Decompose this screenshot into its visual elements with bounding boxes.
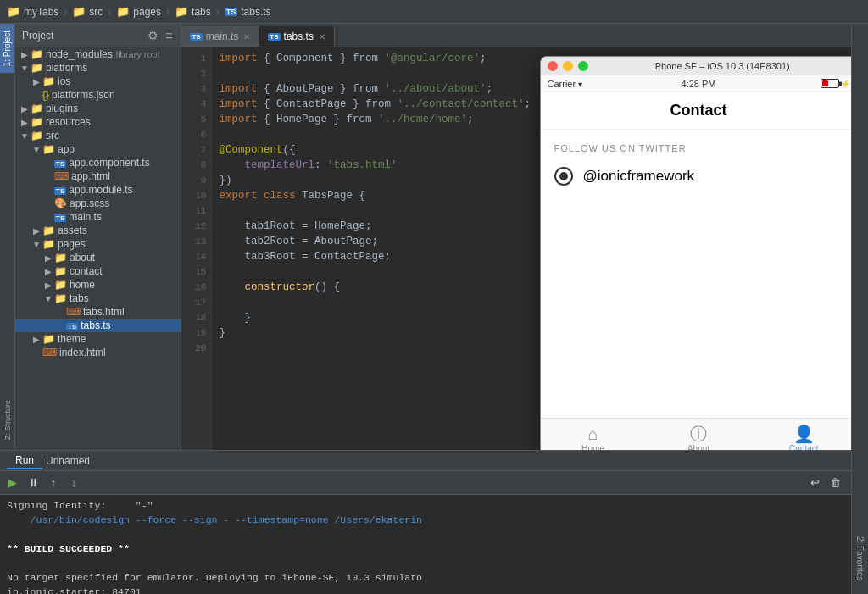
breadcrumb-item-src[interactable]: 📁 src bbox=[72, 5, 103, 18]
window-close-btn[interactable] bbox=[548, 61, 558, 71]
battery-fill bbox=[822, 80, 828, 86]
ts-file-icon: TS bbox=[225, 8, 238, 16]
window-maximize-btn[interactable] bbox=[578, 61, 588, 71]
contact-tab-icon: 👤 bbox=[793, 425, 815, 442]
tree-item-resources[interactable]: 📁resources bbox=[15, 115, 181, 129]
tree-item-tabs_html[interactable]: ⌨tabs.html bbox=[15, 305, 181, 319]
tree-item-app_module_ts[interactable]: TSapp.module.ts bbox=[15, 183, 181, 197]
code-line bbox=[219, 341, 531, 356]
bottom-tabs-bar: Run Unnamed bbox=[0, 451, 868, 471]
tree-item-pages[interactable]: 📁pages bbox=[15, 237, 181, 251]
tree-item-platforms[interactable]: 📁platforms bbox=[15, 61, 181, 75]
right-side-panel: 2: Favorites bbox=[851, 24, 868, 594]
code-line bbox=[219, 295, 531, 310]
project-settings-btn[interactable]: ⚙ bbox=[146, 29, 160, 42]
log-line: No target specified for emulator. Deploy… bbox=[7, 570, 861, 585]
code-line: tab2Root = AboutPage; bbox=[219, 234, 531, 249]
tree-item-app[interactable]: 📁app bbox=[15, 142, 181, 156]
tree-item-ios[interactable]: 📁ios bbox=[15, 75, 181, 88]
code-line: tab3Root = ContactPage; bbox=[219, 249, 531, 264]
tree-item-theme[interactable]: 📁theme bbox=[15, 332, 181, 346]
tree-item-assets[interactable]: 📁assets bbox=[15, 224, 181, 237]
line-number: 15 bbox=[181, 264, 211, 280]
phone-simulator-window: iPhone SE – iOS 10.3 (14E8301) Carrier ▾… bbox=[540, 56, 858, 450]
clear-btn[interactable]: 🗑 bbox=[826, 474, 844, 492]
sidebar-tab-project[interactable]: 1: Project bbox=[0, 24, 14, 73]
tree-item-platforms_json[interactable]: {}platforms.json bbox=[15, 88, 181, 102]
scroll-down-btn[interactable]: ↓ bbox=[64, 474, 83, 492]
phone-preview: iPhone SE – iOS 10.3 (14E8301) Carrier ▾… bbox=[537, 47, 868, 450]
about-tab-icon: ⓘ bbox=[690, 425, 707, 442]
file-tree: 📁node_moduleslibrary root📁platforms📁ios{… bbox=[15, 47, 181, 450]
phone-tab-contact[interactable]: 👤 Contact bbox=[751, 419, 856, 450]
window-minimize-btn[interactable] bbox=[563, 61, 573, 71]
log-line bbox=[7, 556, 861, 570]
breadcrumb-item-tabs[interactable]: 📁 tabs bbox=[175, 5, 211, 18]
wrap-btn[interactable]: ↩ bbox=[805, 474, 824, 492]
line-number: 13 bbox=[181, 234, 211, 249]
line-number: 19 bbox=[181, 325, 211, 341]
code-line: import { HomePage } from '../home/home'; bbox=[219, 112, 531, 127]
bottom-tab-run[interactable]: Run bbox=[7, 452, 42, 469]
phone-tab-about[interactable]: ⓘ About bbox=[646, 419, 751, 450]
code-editor[interactable]: 1234567891011121314151617181920 import {… bbox=[181, 47, 537, 450]
phone-twitter-item[interactable]: @ionicframework bbox=[554, 164, 843, 189]
tab-close-btn[interactable]: ✕ bbox=[243, 32, 250, 42]
line-number: 12 bbox=[181, 219, 211, 234]
tree-item-tabs_ts[interactable]: TStabs.ts bbox=[15, 319, 181, 332]
line-number: 11 bbox=[181, 203, 211, 219]
editor-tab-tabs-ts[interactable]: TS tabs.ts ✕ bbox=[259, 26, 335, 47]
breadcrumb-item-mytabs[interactable]: 📁 myTabs bbox=[7, 5, 58, 18]
tree-item-contact[interactable]: 📁contact bbox=[15, 264, 181, 278]
run-button[interactable]: ▶ bbox=[3, 474, 22, 492]
code-line: import { ContactPage } from '../contact/… bbox=[219, 97, 531, 112]
tree-item-index_html[interactable]: ⌨index.html bbox=[15, 346, 181, 359]
top-breadcrumb-bar: 📁 myTabs › 📁 src › 📁 pages › 📁 tabs › TS… bbox=[0, 0, 868, 24]
log-line: ** BUILD SUCCEEDED ** bbox=[7, 541, 861, 556]
left-top-tabs: 1: Project bbox=[0, 24, 14, 208]
line-number: 7 bbox=[181, 142, 211, 158]
line-number: 6 bbox=[181, 127, 211, 142]
code-line bbox=[219, 66, 531, 81]
contact-tab-label: Contact bbox=[789, 444, 818, 450]
sidebar-tab-favorites[interactable]: 2: Favorites bbox=[853, 530, 867, 587]
phone-window-titlebar: iPhone SE – iOS 10.3 (14E8301) bbox=[541, 57, 857, 75]
log-line: io.ionic.starter: 84701 bbox=[7, 585, 861, 594]
battery-indicator: ⚡ bbox=[749, 79, 850, 88]
breadcrumb-label: myTabs bbox=[24, 6, 58, 18]
sidebar-tab-structure[interactable]: Z: Structure bbox=[1, 393, 14, 447]
log-line bbox=[7, 527, 861, 541]
tree-item-app_component_ts[interactable]: TSapp.component.ts bbox=[15, 156, 181, 169]
scroll-up-btn[interactable]: ↑ bbox=[44, 474, 63, 492]
tree-item-src[interactable]: 📁src bbox=[15, 129, 181, 142]
ios-status-bar: Carrier ▾ 4:28 PM ⚡ bbox=[541, 75, 857, 92]
tree-item-plugins[interactable]: 📁plugins bbox=[15, 102, 181, 115]
tab-close-btn[interactable]: ✕ bbox=[319, 32, 326, 42]
phone-tab-home[interactable]: ⌂ Home bbox=[541, 419, 646, 450]
breadcrumb-item-tabs-ts[interactable]: TS tabs.ts bbox=[225, 6, 271, 18]
bottom-toolbar: ▶ ⏸ ↑ ↓ ↩ 🗑 ⚙ bbox=[0, 471, 868, 495]
tree-item-main_ts[interactable]: TSmain.ts bbox=[15, 210, 181, 224]
folder-icon: 📁 bbox=[72, 5, 86, 18]
editor-tab-main-ts[interactable]: TS main.ts ✕ bbox=[181, 26, 259, 47]
tree-item-about[interactable]: 📁about bbox=[15, 251, 181, 264]
tree-item-home[interactable]: 📁home bbox=[15, 278, 181, 291]
tree-item-node_modules[interactable]: 📁node_moduleslibrary root bbox=[15, 47, 181, 61]
code-line bbox=[219, 264, 531, 280]
wifi-icon: ▾ bbox=[578, 80, 582, 89]
stop-button[interactable]: ⏸ bbox=[24, 474, 42, 492]
breadcrumb-item-pages[interactable]: 📁 pages bbox=[116, 5, 161, 18]
code-content[interactable]: import { Component } from '@angular/core… bbox=[212, 47, 537, 450]
home-tab-icon: ⌂ bbox=[588, 425, 598, 442]
tree-item-tabs[interactable]: 📁tabs bbox=[15, 291, 181, 305]
tab-label: main.ts bbox=[206, 31, 239, 42]
right-content-area: TS main.ts ✕ TS tabs.ts ✕ 12345678910111… bbox=[181, 24, 868, 450]
editor-tabs-bar: TS main.ts ✕ TS tabs.ts ✕ bbox=[181, 24, 868, 47]
breadcrumb-sep: › bbox=[166, 6, 170, 18]
tree-item-app_scss[interactable]: 🎨app.scss bbox=[15, 197, 181, 210]
line-number: 1 bbox=[181, 51, 211, 66]
tree-item-app_html[interactable]: ⌨app.html bbox=[15, 169, 181, 183]
line-number: 16 bbox=[181, 280, 211, 295]
project-more-btn[interactable]: ≡ bbox=[164, 29, 174, 42]
line-number: 8 bbox=[181, 158, 211, 173]
